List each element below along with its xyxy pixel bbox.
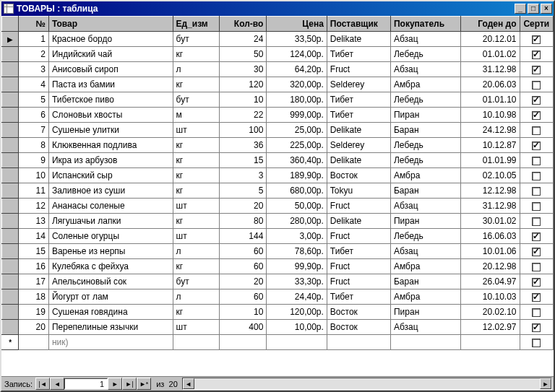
cell-unit[interactable]: шт bbox=[173, 199, 220, 214]
checkbox-icon[interactable] bbox=[532, 339, 541, 347]
cell-price[interactable]: 33,30р. bbox=[267, 274, 327, 289]
checkbox-icon[interactable] bbox=[532, 81, 541, 90]
cell-qty[interactable]: 400 bbox=[220, 320, 267, 335]
cell-product[interactable]: Индийский чай bbox=[48, 47, 173, 62]
new-row[interactable]: *ник) bbox=[2, 335, 554, 350]
cell-price[interactable]: 99,90р. bbox=[267, 259, 327, 274]
cell-qty[interactable]: 20 bbox=[220, 199, 267, 214]
cell-buyer[interactable]: Лебедь bbox=[390, 138, 460, 153]
checkbox-icon[interactable] bbox=[532, 293, 541, 302]
cell-product[interactable]: Сушеная говядина bbox=[48, 305, 173, 320]
cell-qty[interactable]: 120 bbox=[220, 77, 267, 92]
cell-product[interactable]: Клюквенная подлива bbox=[48, 138, 173, 153]
cell-price[interactable]: 180,00р. bbox=[267, 92, 327, 108]
checkbox-icon[interactable] bbox=[532, 323, 541, 332]
row-selector[interactable] bbox=[2, 244, 19, 259]
table-row[interactable]: 8Клюквенная подливакг36225,00р.SeldereyЛ… bbox=[2, 138, 554, 153]
scroll-right-button[interactable]: ► bbox=[540, 378, 551, 389]
cell-qty[interactable]: 50 bbox=[220, 47, 267, 62]
cell-product[interactable]: Кулебяка с фейхуа bbox=[48, 259, 173, 274]
minimize-button[interactable]: _ bbox=[515, 4, 526, 14]
table-row[interactable]: 10Испанский сыркг3189,90р.ВостокАмбра02.… bbox=[2, 168, 554, 183]
cell-buyer[interactable]: Абзац bbox=[390, 32, 460, 47]
row-selector[interactable] bbox=[2, 123, 19, 138]
cell-num[interactable]: 20 bbox=[19, 320, 49, 335]
cell-supplier[interactable]: Тибет bbox=[327, 92, 390, 108]
row-selector[interactable] bbox=[2, 92, 19, 108]
row-selector[interactable] bbox=[2, 199, 19, 214]
header-price[interactable]: Цена bbox=[267, 17, 327, 32]
checkbox-icon[interactable] bbox=[532, 278, 541, 287]
cell-num[interactable]: 9 bbox=[19, 153, 49, 168]
scroll-track[interactable] bbox=[194, 378, 540, 389]
cell-supplier[interactable]: Тибет bbox=[327, 47, 390, 62]
cell-product[interactable]: Лягушачьи лапки bbox=[48, 214, 173, 229]
table-row[interactable]: 13Лягушачьи лапкикг80280,00р.DelikateПир… bbox=[2, 214, 554, 229]
header-date[interactable]: Годен до bbox=[461, 17, 520, 32]
cell-buyer[interactable]: Баран bbox=[390, 123, 460, 138]
cell-qty[interactable]: 10 bbox=[220, 92, 267, 108]
table-row[interactable]: 20Перепелиные язычкишт40010,00р.ВостокАб… bbox=[2, 320, 554, 335]
row-selector[interactable] bbox=[2, 259, 19, 274]
cell-product[interactable]: Паста из бамии bbox=[48, 77, 173, 92]
cell-unit[interactable]: кг bbox=[173, 183, 220, 199]
cell-unit[interactable]: кг bbox=[173, 259, 220, 274]
cell-qty[interactable]: 100 bbox=[220, 123, 267, 138]
cell-supplier[interactable]: Fruct bbox=[327, 62, 390, 77]
cell-supplier[interactable]: Delikate bbox=[327, 153, 390, 168]
checkbox-icon[interactable] bbox=[532, 96, 541, 105]
cell-cert[interactable] bbox=[520, 289, 553, 305]
checkbox-icon[interactable] bbox=[532, 187, 541, 196]
cell-num[interactable]: 2 bbox=[19, 47, 49, 62]
cell-date[interactable]: 31.12.98 bbox=[461, 199, 520, 214]
table-row[interactable]: 14Соленые огурцышт1443,00р.FructЛебедь16… bbox=[2, 229, 554, 244]
cell-num[interactable]: 15 bbox=[19, 244, 49, 259]
table-row[interactable]: 9Икра из арбузовкг15360,40р.DelikateЛебе… bbox=[2, 153, 554, 168]
cell-supplier[interactable]: Восток bbox=[327, 168, 390, 183]
nav-next-button[interactable]: ► bbox=[108, 378, 122, 390]
cell-product[interactable]: Ананасы соленые bbox=[48, 199, 173, 214]
row-selector[interactable] bbox=[2, 77, 19, 92]
cell-num[interactable] bbox=[19, 335, 49, 350]
cell-supplier[interactable]: Восток bbox=[327, 305, 390, 320]
cell-date[interactable]: 24.12.98 bbox=[461, 123, 520, 138]
cell-qty[interactable]: 80 bbox=[220, 214, 267, 229]
nav-prev-button[interactable]: ◄ bbox=[50, 378, 64, 390]
cell-product[interactable]: Соленые огурцы bbox=[48, 229, 173, 244]
cell-buyer[interactable]: Амбра bbox=[390, 259, 460, 274]
row-selector[interactable] bbox=[2, 305, 19, 320]
cell-unit[interactable]: л bbox=[173, 62, 220, 77]
cell-supplier[interactable]: Delikate bbox=[327, 32, 390, 47]
checkbox-icon[interactable] bbox=[532, 66, 541, 74]
cell-price[interactable]: 225,00р. bbox=[267, 138, 327, 153]
cell-num[interactable]: 12 bbox=[19, 199, 49, 214]
checkbox-icon[interactable] bbox=[532, 141, 541, 150]
cell-cert[interactable] bbox=[520, 47, 553, 62]
cell-unit[interactable]: кг bbox=[173, 214, 220, 229]
cell-product[interactable]: Йогурт от лам bbox=[48, 289, 173, 305]
cell-unit[interactable]: шт bbox=[173, 229, 220, 244]
cell-product[interactable]: Апельсиновый сок bbox=[48, 274, 173, 289]
cell-supplier[interactable]: Delikate bbox=[327, 214, 390, 229]
cell-qty[interactable]: 60 bbox=[220, 289, 267, 305]
cell-cert[interactable] bbox=[520, 32, 553, 47]
cell-cert[interactable] bbox=[520, 274, 553, 289]
header-qty[interactable]: Кол-во bbox=[220, 17, 267, 32]
cell-cert[interactable] bbox=[520, 320, 553, 335]
row-selector[interactable] bbox=[2, 320, 19, 335]
cell-unit[interactable]: л bbox=[173, 244, 220, 259]
row-selector[interactable] bbox=[2, 47, 19, 62]
cell-num[interactable]: 1 bbox=[19, 32, 49, 47]
cell-buyer[interactable]: Абзац bbox=[390, 62, 460, 77]
cell-buyer[interactable]: Амбра bbox=[390, 77, 460, 92]
cell-supplier[interactable]: Selderey bbox=[327, 138, 390, 153]
cell-unit[interactable]: кг bbox=[173, 47, 220, 62]
cell-date[interactable]: 20.12.98 bbox=[461, 259, 520, 274]
cell-unit[interactable]: бут bbox=[173, 274, 220, 289]
cell-unit[interactable]: кг bbox=[173, 168, 220, 183]
cell-qty[interactable]: 144 bbox=[220, 229, 267, 244]
table-row[interactable]: 2Индийский чайкг50124,00р.ТибетЛебедь01.… bbox=[2, 47, 554, 62]
cell-product[interactable]: Икра из арбузов bbox=[48, 153, 173, 168]
cell-price[interactable]: 680,00р. bbox=[267, 183, 327, 199]
cell-supplier[interactable]: Тибет bbox=[327, 289, 390, 305]
